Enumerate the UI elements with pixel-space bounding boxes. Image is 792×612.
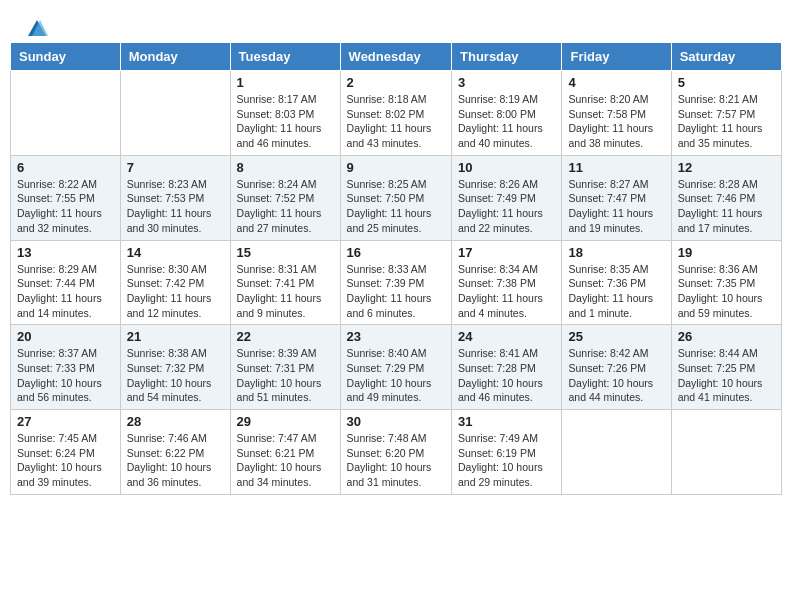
calendar-cell: 15Sunrise: 8:31 AM Sunset: 7:41 PM Dayli… — [230, 240, 340, 325]
day-info: Sunrise: 8:39 AM Sunset: 7:31 PM Dayligh… — [237, 346, 334, 405]
day-number: 6 — [17, 160, 114, 175]
day-number: 29 — [237, 414, 334, 429]
calendar-cell: 6Sunrise: 8:22 AM Sunset: 7:55 PM Daylig… — [11, 155, 121, 240]
day-info: Sunrise: 8:31 AM Sunset: 7:41 PM Dayligh… — [237, 262, 334, 321]
day-info: Sunrise: 8:28 AM Sunset: 7:46 PM Dayligh… — [678, 177, 775, 236]
day-info: Sunrise: 8:35 AM Sunset: 7:36 PM Dayligh… — [568, 262, 664, 321]
calendar-week-row: 27Sunrise: 7:45 AM Sunset: 6:24 PM Dayli… — [11, 410, 782, 495]
day-number: 28 — [127, 414, 224, 429]
calendar-cell: 21Sunrise: 8:38 AM Sunset: 7:32 PM Dayli… — [120, 325, 230, 410]
day-number: 25 — [568, 329, 664, 344]
calendar-cell: 9Sunrise: 8:25 AM Sunset: 7:50 PM Daylig… — [340, 155, 451, 240]
calendar-table: SundayMondayTuesdayWednesdayThursdayFrid… — [10, 42, 782, 495]
day-number: 4 — [568, 75, 664, 90]
calendar-cell: 18Sunrise: 8:35 AM Sunset: 7:36 PM Dayli… — [562, 240, 671, 325]
calendar-cell: 16Sunrise: 8:33 AM Sunset: 7:39 PM Dayli… — [340, 240, 451, 325]
calendar-cell: 26Sunrise: 8:44 AM Sunset: 7:25 PM Dayli… — [671, 325, 781, 410]
calendar-cell: 25Sunrise: 8:42 AM Sunset: 7:26 PM Dayli… — [562, 325, 671, 410]
day-number: 26 — [678, 329, 775, 344]
day-info: Sunrise: 7:46 AM Sunset: 6:22 PM Dayligh… — [127, 431, 224, 490]
day-info: Sunrise: 7:48 AM Sunset: 6:20 PM Dayligh… — [347, 431, 445, 490]
day-number: 17 — [458, 245, 555, 260]
calendar-cell: 20Sunrise: 8:37 AM Sunset: 7:33 PM Dayli… — [11, 325, 121, 410]
calendar-cell: 28Sunrise: 7:46 AM Sunset: 6:22 PM Dayli… — [120, 410, 230, 495]
day-number: 31 — [458, 414, 555, 429]
day-number: 1 — [237, 75, 334, 90]
day-info: Sunrise: 8:18 AM Sunset: 8:02 PM Dayligh… — [347, 92, 445, 151]
calendar-cell: 17Sunrise: 8:34 AM Sunset: 7:38 PM Dayli… — [452, 240, 562, 325]
calendar-cell: 22Sunrise: 8:39 AM Sunset: 7:31 PM Dayli… — [230, 325, 340, 410]
day-number: 21 — [127, 329, 224, 344]
day-number: 8 — [237, 160, 334, 175]
calendar-cell: 14Sunrise: 8:30 AM Sunset: 7:42 PM Dayli… — [120, 240, 230, 325]
day-number: 12 — [678, 160, 775, 175]
calendar-cell: 23Sunrise: 8:40 AM Sunset: 7:29 PM Dayli… — [340, 325, 451, 410]
day-number: 13 — [17, 245, 114, 260]
calendar-cell: 13Sunrise: 8:29 AM Sunset: 7:44 PM Dayli… — [11, 240, 121, 325]
calendar-cell: 31Sunrise: 7:49 AM Sunset: 6:19 PM Dayli… — [452, 410, 562, 495]
day-info: Sunrise: 8:44 AM Sunset: 7:25 PM Dayligh… — [678, 346, 775, 405]
day-number: 30 — [347, 414, 445, 429]
day-info: Sunrise: 8:29 AM Sunset: 7:44 PM Dayligh… — [17, 262, 114, 321]
day-info: Sunrise: 8:36 AM Sunset: 7:35 PM Dayligh… — [678, 262, 775, 321]
calendar-cell: 24Sunrise: 8:41 AM Sunset: 7:28 PM Dayli… — [452, 325, 562, 410]
calendar-header-row: SundayMondayTuesdayWednesdayThursdayFrid… — [11, 43, 782, 71]
calendar-cell: 19Sunrise: 8:36 AM Sunset: 7:35 PM Dayli… — [671, 240, 781, 325]
day-info: Sunrise: 8:23 AM Sunset: 7:53 PM Dayligh… — [127, 177, 224, 236]
day-info: Sunrise: 8:30 AM Sunset: 7:42 PM Dayligh… — [127, 262, 224, 321]
day-number: 18 — [568, 245, 664, 260]
day-number: 14 — [127, 245, 224, 260]
calendar-cell: 29Sunrise: 7:47 AM Sunset: 6:21 PM Dayli… — [230, 410, 340, 495]
day-number: 19 — [678, 245, 775, 260]
day-number: 5 — [678, 75, 775, 90]
day-info: Sunrise: 8:19 AM Sunset: 8:00 PM Dayligh… — [458, 92, 555, 151]
day-info: Sunrise: 8:17 AM Sunset: 8:03 PM Dayligh… — [237, 92, 334, 151]
day-info: Sunrise: 7:47 AM Sunset: 6:21 PM Dayligh… — [237, 431, 334, 490]
calendar-cell: 5Sunrise: 8:21 AM Sunset: 7:57 PM Daylig… — [671, 71, 781, 156]
day-info: Sunrise: 8:21 AM Sunset: 7:57 PM Dayligh… — [678, 92, 775, 151]
calendar-cell: 8Sunrise: 8:24 AM Sunset: 7:52 PM Daylig… — [230, 155, 340, 240]
calendar-week-row: 20Sunrise: 8:37 AM Sunset: 7:33 PM Dayli… — [11, 325, 782, 410]
calendar-cell — [562, 410, 671, 495]
calendar-cell: 30Sunrise: 7:48 AM Sunset: 6:20 PM Dayli… — [340, 410, 451, 495]
day-number: 27 — [17, 414, 114, 429]
calendar-cell: 27Sunrise: 7:45 AM Sunset: 6:24 PM Dayli… — [11, 410, 121, 495]
day-number: 10 — [458, 160, 555, 175]
calendar-cell — [11, 71, 121, 156]
calendar-wrapper: SundayMondayTuesdayWednesdayThursdayFrid… — [0, 42, 792, 505]
calendar-cell: 4Sunrise: 8:20 AM Sunset: 7:58 PM Daylig… — [562, 71, 671, 156]
weekday-header-saturday: Saturday — [671, 43, 781, 71]
day-info: Sunrise: 8:20 AM Sunset: 7:58 PM Dayligh… — [568, 92, 664, 151]
day-info: Sunrise: 8:34 AM Sunset: 7:38 PM Dayligh… — [458, 262, 555, 321]
day-number: 15 — [237, 245, 334, 260]
calendar-cell: 1Sunrise: 8:17 AM Sunset: 8:03 PM Daylig… — [230, 71, 340, 156]
day-info: Sunrise: 8:27 AM Sunset: 7:47 PM Dayligh… — [568, 177, 664, 236]
calendar-cell — [120, 71, 230, 156]
day-info: Sunrise: 8:41 AM Sunset: 7:28 PM Dayligh… — [458, 346, 555, 405]
day-info: Sunrise: 8:42 AM Sunset: 7:26 PM Dayligh… — [568, 346, 664, 405]
calendar-week-row: 13Sunrise: 8:29 AM Sunset: 7:44 PM Dayli… — [11, 240, 782, 325]
day-number: 16 — [347, 245, 445, 260]
calendar-cell: 12Sunrise: 8:28 AM Sunset: 7:46 PM Dayli… — [671, 155, 781, 240]
calendar-cell: 10Sunrise: 8:26 AM Sunset: 7:49 PM Dayli… — [452, 155, 562, 240]
day-info: Sunrise: 8:40 AM Sunset: 7:29 PM Dayligh… — [347, 346, 445, 405]
day-info: Sunrise: 7:45 AM Sunset: 6:24 PM Dayligh… — [17, 431, 114, 490]
calendar-week-row: 6Sunrise: 8:22 AM Sunset: 7:55 PM Daylig… — [11, 155, 782, 240]
weekday-header-monday: Monday — [120, 43, 230, 71]
day-number: 7 — [127, 160, 224, 175]
day-number: 22 — [237, 329, 334, 344]
calendar-cell: 7Sunrise: 8:23 AM Sunset: 7:53 PM Daylig… — [120, 155, 230, 240]
day-info: Sunrise: 7:49 AM Sunset: 6:19 PM Dayligh… — [458, 431, 555, 490]
day-number: 11 — [568, 160, 664, 175]
calendar-cell: 2Sunrise: 8:18 AM Sunset: 8:02 PM Daylig… — [340, 71, 451, 156]
day-info: Sunrise: 8:33 AM Sunset: 7:39 PM Dayligh… — [347, 262, 445, 321]
day-number: 23 — [347, 329, 445, 344]
day-number: 24 — [458, 329, 555, 344]
day-info: Sunrise: 8:24 AM Sunset: 7:52 PM Dayligh… — [237, 177, 334, 236]
day-info: Sunrise: 8:26 AM Sunset: 7:49 PM Dayligh… — [458, 177, 555, 236]
logo-icon — [26, 18, 48, 40]
day-number: 20 — [17, 329, 114, 344]
day-info: Sunrise: 8:38 AM Sunset: 7:32 PM Dayligh… — [127, 346, 224, 405]
header — [0, 0, 792, 42]
day-number: 3 — [458, 75, 555, 90]
